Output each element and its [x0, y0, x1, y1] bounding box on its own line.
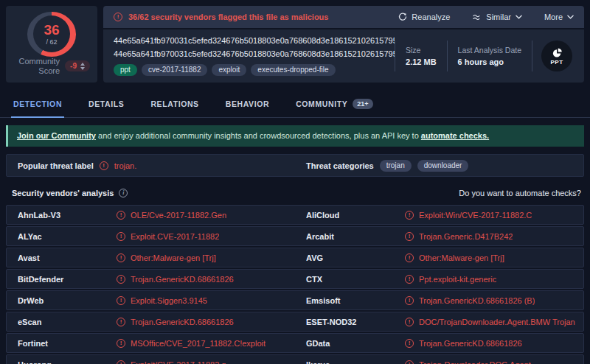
tab-relations[interactable]: RELATIONS — [150, 90, 198, 117]
detection-text: Ppt.exploit-kit.generic — [419, 275, 496, 284]
vendor-name: BitDefender — [18, 275, 117, 284]
table-row: DrWeb !Exploit.Siggen3.9145 Emsisoft !Tr… — [6, 290, 584, 310]
tab-community-label: COMMUNITY — [296, 99, 347, 108]
vendor-cell: Arcabit !Trojan.Generic.D417B242 — [295, 232, 583, 241]
tab-details[interactable]: DETAILS — [88, 90, 124, 117]
file-size-block: Size 2.12 MB — [395, 46, 447, 66]
alert-icon: ! — [117, 296, 125, 305]
alert-icon: ! — [117, 360, 125, 364]
tag-exploit[interactable]: exploit — [212, 64, 246, 76]
join-community-link[interactable]: Join our Community — [17, 131, 96, 140]
detection-text: Trojan.GenericKD.68661826 — [131, 318, 234, 326]
vendors-analysis-table: AhnLab-V3 !OLE/Cve-2017-11882.Gen AliClo… — [6, 205, 584, 364]
detection-text: Trojan-Downloader.DOC.Agent — [419, 360, 531, 364]
alert-icon: ! — [117, 275, 125, 284]
vendor-cell: AliCloud !Exploit:Win/CVE-2017-11882.C — [295, 211, 583, 220]
detection-result: !OLE/Cve-2017-11882.Gen — [117, 211, 226, 220]
malicious-alert-text: 36/62 security vendors flagged this file… — [128, 13, 328, 21]
detection-result: !MSOffice/CVE_2017_11882.C!exploit — [117, 339, 266, 348]
tab-detection[interactable]: DETECTION — [13, 90, 62, 117]
vendor-name: Huorong — [18, 360, 117, 364]
community-count-badge: 21+ — [353, 99, 372, 109]
file-type-badge: PPT — [541, 41, 572, 71]
file-sha256[interactable]: 44e65a641fb970031c5efed324676b5018803e0a… — [114, 36, 395, 45]
tag-cve[interactable]: cve-2017-11882 — [142, 64, 208, 76]
vendor-name: ESET-NOD32 — [306, 318, 405, 326]
vendor-cell: Avast !Other:Malware-gen [Trj] — [7, 253, 295, 262]
reanalyze-label: Reanalyze — [412, 13, 450, 21]
vote-up-icon[interactable] — [80, 63, 85, 66]
vendor-cell: ESET-NOD32 !DOC/TrojanDownloader.Agent.B… — [295, 318, 583, 326]
tag-executes-dropped-file[interactable]: executes-dropped-file — [251, 64, 335, 76]
alert-icon: ! — [117, 318, 125, 326]
detection-result: !Exploit.Siggen3.9145 — [117, 296, 207, 305]
file-meta: Size 2.12 MB Last Analysis Date 6 hours … — [395, 36, 584, 76]
popular-threat-label: Popular threat label — [18, 161, 94, 170]
community-votes-widget[interactable]: -9 — [65, 60, 90, 71]
vote-steppers[interactable] — [80, 63, 85, 70]
info-icon[interactable]: i — [119, 189, 128, 197]
vendor-name: Arcabit — [306, 232, 405, 241]
detection-text: OLE/Cve-2017-11882.Gen — [131, 211, 226, 220]
more-button[interactable]: More — [544, 13, 574, 21]
file-tags: ppt cve-2017-11882 exploit executes-drop… — [114, 64, 395, 76]
community-score-row: Community Score -9 — [13, 57, 90, 76]
vendor-cell: Fortinet !MSOffice/CVE_2017_11882.C!expl… — [7, 339, 295, 348]
detection-gauge: 36 / 62 — [27, 12, 76, 57]
alert-icon: ! — [117, 211, 125, 220]
detection-result: !Trojan.Generic.D417B242 — [405, 232, 513, 241]
detections-count: 36 — [44, 23, 59, 37]
threat-category-trojan[interactable]: trojan — [380, 160, 412, 172]
detection-result: !Ppt.exploit-kit.generic — [405, 275, 496, 284]
threat-category-downloader[interactable]: downloader — [417, 160, 469, 172]
alert-icon: ! — [405, 232, 414, 241]
virustotal-file-report: 36 / 62 Community Score -9 ! 36/62 secur… — [0, 0, 590, 364]
tab-behavior[interactable]: BEHAVIOR — [226, 90, 269, 117]
alert-icon: ! — [405, 275, 414, 284]
chevron-down-icon — [516, 15, 522, 19]
vendors-analysis-title: Security vendors' analysis — [12, 189, 114, 197]
detections-total: / 62 — [46, 38, 57, 46]
vendor-name: Ikarus — [306, 360, 405, 364]
last-analysis-label: Last Analysis Date — [458, 46, 521, 55]
vendor-cell: AhnLab-V3 !OLE/Cve-2017-11882.Gen — [7, 211, 295, 220]
detection-text: MSOffice/CVE_2017_11882.C!exploit — [131, 339, 266, 348]
vendor-cell: CTX !Ppt.exploit-kit.generic — [295, 275, 583, 284]
table-row: Avast !Other:Malware-gen [Trj] AVG !Othe… — [6, 248, 584, 267]
vendor-name: eScan — [18, 318, 117, 326]
vote-down-icon[interactable] — [80, 67, 85, 70]
reanalyze-button[interactable]: Reanalyze — [398, 13, 450, 21]
last-analysis-block: Last Analysis Date 6 hours ago — [448, 46, 532, 66]
threat-categories-label: Threat categories — [306, 161, 374, 170]
vendor-cell: ALYac !Exploit.CVE-2017-11882 — [7, 232, 295, 241]
similar-button[interactable]: Similar — [472, 13, 522, 22]
pie-chart-icon — [552, 47, 563, 58]
refresh-icon — [398, 13, 407, 21]
automate-checks-question[interactable]: Do you want to automate checks? — [459, 189, 581, 197]
alert-icon: ! — [100, 161, 108, 170]
table-row: AhnLab-V3 !OLE/Cve-2017-11882.Gen AliClo… — [6, 205, 584, 225]
vendors-analysis-header: Security vendors' analysis i Do you want… — [6, 183, 584, 203]
detection-text: DOC/TrojanDownloader.Agent.BMW Trojan — [419, 318, 575, 326]
detection-result: !Trojan.GenericKD.68661826 — [117, 318, 234, 326]
tab-detection-label: DETECTION — [13, 99, 62, 108]
vendor-name: DrWeb — [18, 296, 117, 305]
file-name[interactable]: 44e65a641fb970031c5efed324676b5018803e0a… — [114, 49, 395, 58]
detection-result: !Trojan-Downloader.DOC.Agent — [405, 360, 531, 364]
community-score-label: Community Score — [13, 57, 60, 76]
vendor-cell: BitDefender !Trojan.GenericKD.68661826 — [7, 275, 295, 284]
tab-community[interactable]: COMMUNITY 21+ — [296, 90, 372, 117]
vendor-name: Fortinet — [18, 339, 117, 348]
detection-result: !Exploit.CVE-2017-11882 — [117, 232, 219, 241]
detection-result: !Other:Malware-gen [Trj] — [405, 253, 504, 262]
tag-ppt[interactable]: ppt — [114, 64, 137, 76]
file-summary-card: ! 36/62 security vendors flagged this fi… — [103, 6, 584, 83]
detection-result: !Exploit/CVE-2017-11882.g — [117, 360, 226, 364]
alert-icon: ! — [114, 13, 122, 21]
vendor-name: AliCloud — [306, 211, 405, 220]
alert-icon: ! — [117, 253, 125, 262]
table-row: Huorong !Exploit/CVE-2017-11882.g Ikarus… — [6, 354, 584, 364]
community-votes-value: -9 — [70, 62, 77, 70]
automate-checks-link[interactable]: automate checks. — [421, 131, 489, 140]
alert-icon: ! — [405, 318, 414, 326]
